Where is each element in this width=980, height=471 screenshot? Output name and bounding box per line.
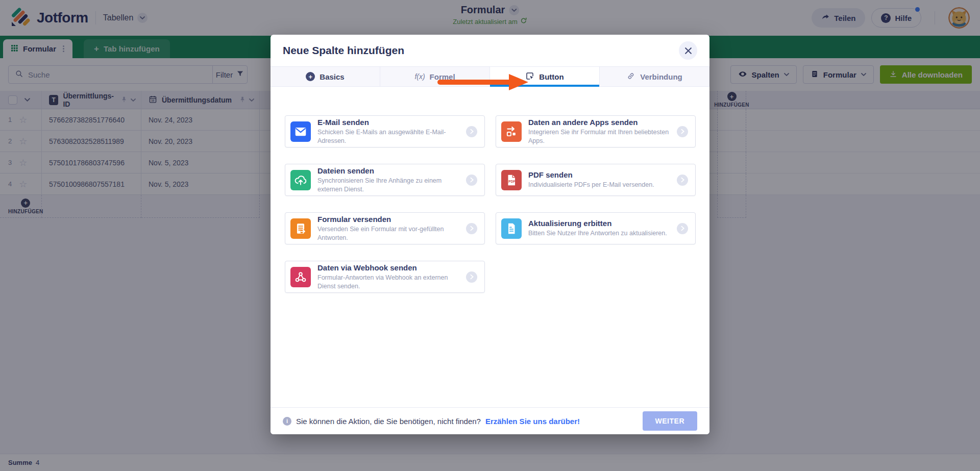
modal-tabs: + Basics f(x) Formel Button [271,66,709,87]
card-description: Versenden Sie ein Formular mit vor-gefül… [317,225,459,242]
footer-info-text: Sie können die Aktion, die Sie benötigen… [296,417,481,426]
chevron-right-icon [677,223,688,234]
card-description: Integrieren Sie ihr Formular mit Ihren b… [528,128,670,145]
modal-header: Neue Spalte hinzufügen [271,35,709,66]
svg-text:PDF: PDF [508,179,515,183]
card-title: PDF senden [528,170,670,179]
card-email-senden[interactable]: E-Mail senden Schicken Sie E-Mails an au… [285,115,485,147]
formula-icon: f(x) [414,72,425,81]
weiter-button[interactable]: WEITER [643,411,697,431]
active-tab-underline [490,85,599,87]
card-description: Synchronisieren Sie Ihre Anhänge zu eine… [317,177,459,193]
card-description: Formular-Antworten via Webhook an extern… [317,274,459,290]
chevron-right-icon [466,271,477,283]
webhook-icon [290,267,311,287]
card-formular-versenden[interactable]: Formular versenden Versenden Sie ein For… [285,212,485,244]
tab-formel[interactable]: f(x) Formel [380,67,490,86]
envelope-icon [290,121,311,142]
card-title: Aktualisierung erbitten [528,219,670,228]
add-column-modal: Neue Spalte hinzufügen + Basics f(x) For… [271,35,709,434]
card-title: E-Mail senden [317,118,459,127]
tab-basics[interactable]: + Basics [271,67,380,86]
card-description: Individualisierte PDFs per E-Mail versen… [528,181,670,189]
card-daten-an-apps[interactable]: Daten an andere Apps senden Integrieren … [496,115,696,147]
chevron-right-icon [466,223,477,234]
tab-label: Verbindung [640,72,682,81]
card-title: Daten via Webhook senden [317,263,459,272]
tab-label: Formel [430,72,455,81]
tab-label: Button [539,72,564,81]
jotform-tables-app: Jotform Tabellen Formular Zuletzt aktual… [0,0,980,471]
form-send-icon [290,218,311,239]
chevron-right-icon [677,175,688,186]
plus-circle-icon: + [306,72,315,81]
card-webhook-senden[interactable]: Daten via Webhook senden Formular-Antwor… [285,261,485,293]
modal-title: Neue Spalte hinzufügen [283,44,404,57]
pdf-icon: PDF [501,170,522,190]
document-icon [501,218,522,239]
chevron-right-icon [466,126,477,137]
modal-card-grid: E-Mail senden Schicken Sie E-Mails an au… [271,87,709,407]
tab-verbindung[interactable]: Verbindung [600,67,709,86]
card-dateien-senden[interactable]: Dateien senden Synchronisieren Sie Ihre … [285,164,485,196]
card-aktualisierung-erbitten[interactable]: Aktualisierung erbitten Bitten Sie Nutze… [496,212,696,244]
cloud-upload-icon [290,170,311,190]
link-icon [626,71,635,82]
chevron-right-icon [677,126,688,137]
apps-icon [501,121,522,142]
card-title: Daten an andere Apps senden [528,118,670,127]
chevron-right-icon [466,175,477,186]
footer-feedback-link[interactable]: Erzählen Sie uns darüber! [485,417,580,426]
tab-label: Basics [320,72,344,81]
card-description: Bitten Sie Nutzer Ihre Antworten zu aktu… [528,229,670,237]
card-title: Dateien senden [317,166,459,175]
card-description: Schicken Sie E-Mails an ausgewählte E-Ma… [317,128,459,145]
close-icon [684,47,692,55]
close-button[interactable] [679,41,697,60]
info-icon: i [283,417,291,426]
card-title: Formular versenden [317,215,459,224]
card-pdf-senden[interactable]: PDF PDF senden Individualisierte PDFs pe… [496,164,696,196]
tab-button[interactable]: Button [490,67,600,86]
button-click-icon [525,71,534,82]
modal-footer: i Sie können die Aktion, die Sie benötig… [271,407,709,434]
